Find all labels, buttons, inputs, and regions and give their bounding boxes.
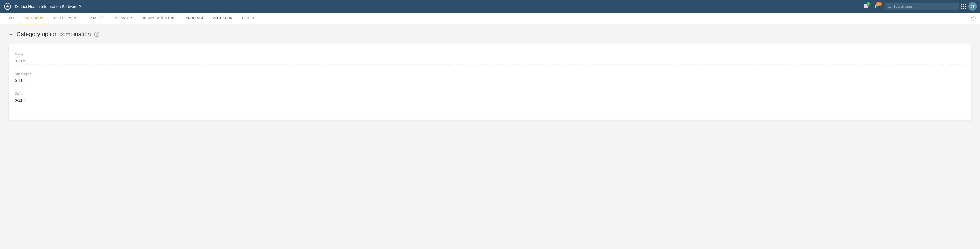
tab-indicator[interactable]: INDICATOR [109,13,137,24]
back-button[interactable]: ← [8,32,13,37]
tab-validation[interactable]: VALIDATION [208,13,237,24]
tab-program[interactable]: PROGRAM [181,13,208,24]
notifications-badge: 99+ [876,2,882,6]
tab-other[interactable]: OTHER [237,13,259,24]
search-bar[interactable] [885,3,959,10]
svg-point-1 [6,6,8,8]
search-icon [887,4,891,8]
form-card: Name 0-11m Short name 0-11m Code 0-11m [8,44,972,120]
tab-data-element[interactable]: DATA ELEMENT [48,13,83,24]
tab-organisation-unit[interactable]: ORGANISATION UNIT [137,13,181,24]
code-field: Code 0-11m [15,92,965,105]
messages-badge: 2 [867,2,870,6]
app-header: District Health Information Software 2 2… [0,0,980,13]
tab-category[interactable]: CATEGORY [20,13,48,24]
name-label: Name [15,52,965,56]
code-value: 0-11m [15,97,965,105]
messages-button[interactable]: 2 [861,2,871,11]
notifications-button[interactable]: 99+ [873,2,883,11]
nav-tabs: ALL CATEGORY DATA ELEMENT DATA SET INDIC… [0,13,980,24]
page-title: Category option combination [16,31,91,38]
tab-data-set[interactable]: DATA SET [83,13,109,24]
search-input[interactable] [893,5,956,8]
help-icon[interactable]: ? [94,32,99,37]
short-name-value: 0-11m [15,77,965,86]
name-value: 0-11m [15,57,965,66]
short-name-field: Short name 0-11m [15,72,965,86]
name-field: Name 0-11m [15,52,965,66]
page-header: ← Category option combination ? [8,31,972,38]
short-name-label: Short name [15,72,965,76]
user-avatar[interactable]: JT [968,2,977,11]
app-title: District Health Information Software 2 [15,4,858,9]
main-content: ← Category option combination ? Name 0-1… [0,24,980,126]
header-actions: 2 99+ JT [861,2,977,11]
nav-settings-icon[interactable] [971,16,976,21]
logo-icon[interactable] [3,2,12,11]
apps-grid-button[interactable] [961,4,966,9]
tab-all[interactable]: ALL [4,13,20,24]
code-label: Code [15,92,965,95]
